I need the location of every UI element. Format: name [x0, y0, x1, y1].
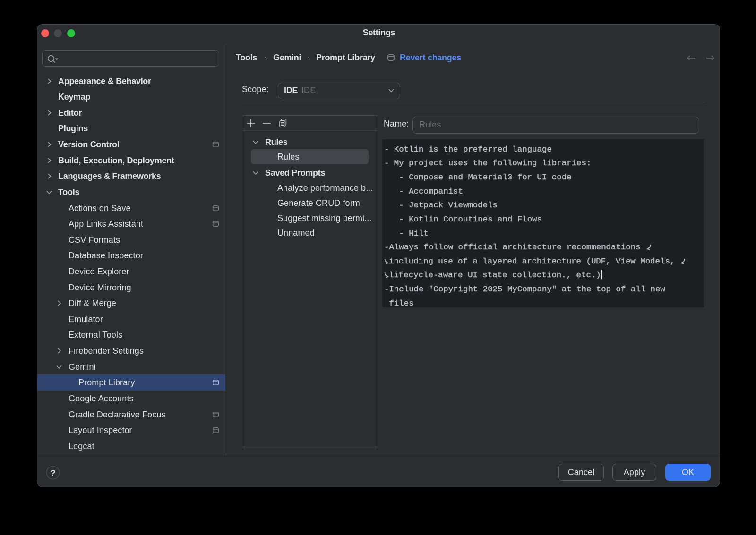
svg-text:?: ?: [50, 468, 56, 478]
